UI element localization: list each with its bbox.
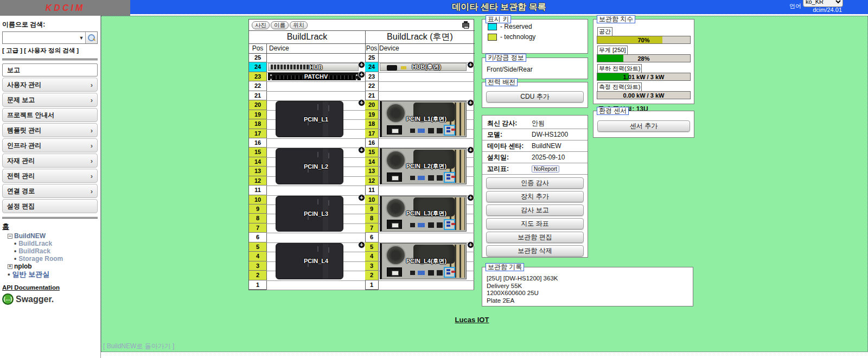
sidebar-menu-item[interactable]: 문제 보고› (2, 93, 98, 107)
rack-pos-cell: 5 (365, 242, 378, 252)
rack-device[interactable]: PCIN_L1(후면)+ (379, 100, 474, 138)
rack-pos-cell: 24 (365, 62, 378, 72)
rack-device[interactable]: HUB+ (267, 62, 365, 71)
add-device-button[interactable]: 장치 추가 (486, 191, 584, 202)
cabinet-info-row: 모델:DW-HS1200 (482, 129, 588, 140)
rack-toolbar: 사진이름위치 (252, 21, 308, 29)
menu-item-label: 보고 (7, 66, 20, 75)
rack-pos-cell: 15 (249, 148, 266, 157)
add-device-icon[interactable]: + (358, 71, 365, 78)
rack-device[interactable]: PCIN_L2(후면)+ (379, 148, 474, 185)
chevron-right-icon: › (91, 96, 93, 104)
add-cdu-button[interactable]: CDU 추가 (486, 91, 584, 103)
pos-column-header: Pos (249, 44, 266, 53)
tree-item-label: BuildRack (18, 247, 50, 255)
chevron-down-icon[interactable]: ▼ (78, 35, 85, 41)
rack-pos-cell: 22 (365, 81, 378, 91)
expand-icon[interactable]: + (8, 264, 12, 269)
search-icon[interactable] (85, 32, 97, 43)
sidebar-menu-item[interactable]: 자재 관리› (2, 154, 98, 168)
rack-device-label: PCIN_L2(후면) (379, 148, 474, 185)
gauge-label: 공간 (597, 27, 612, 36)
rack-pos-cell: 23 (365, 72, 378, 81)
rack-pos-cell: 1 (249, 280, 266, 290)
rack-device[interactable]: PCIN_L4+ (267, 242, 365, 280)
certify-audit-button[interactable]: 인증 감사 (486, 177, 584, 189)
rack-device[interactable]: PATCHV+ (267, 72, 365, 81)
rack-pos-cell: 19 (249, 110, 266, 119)
gauge-label: 측정 전력(와트) (597, 82, 642, 92)
sidebar-menu-item[interactable]: 사용자 관리› (2, 78, 98, 92)
tree-item[interactable]: •BuildLrack (14, 240, 98, 247)
rack-device[interactable]: HUB(후면)+ (379, 62, 474, 71)
lucas-iot-link[interactable]: Lucas IOT (455, 316, 489, 324)
gauge: 측정 전력(와트)0.00 kW / 3 kW (597, 81, 691, 99)
api-documentation-link[interactable]: API Documentation (2, 284, 60, 291)
sidebar-menu-item[interactable]: 연결 경로› (2, 184, 98, 198)
swagger-row[interactable]: {…} Swagger. (2, 293, 98, 305)
lock-info-panel: 키/잠금 정보 Front/Side/Rear (482, 57, 588, 79)
add-device-icon[interactable]: + (358, 241, 365, 248)
rack-device[interactable]: PCIN_L3+ (267, 195, 365, 233)
menu-item-label: 자재 관리 (7, 156, 35, 165)
menu-item-label: 프로젝트 안내서 (7, 111, 54, 120)
display-key-panel: 표시 키 - Reserved- technology (482, 19, 588, 54)
back-to-buildnew-link[interactable]: [ BuildNEW로 돌아가기 ] (103, 342, 174, 351)
audit-report-button[interactable]: 감사 보고 (486, 204, 584, 216)
tree-item[interactable]: −BuildNEW (8, 233, 98, 240)
delete-cabinet-button[interactable]: 보관함 삭제 (486, 245, 584, 257)
tree-item[interactable]: •Storage Room (14, 255, 98, 263)
tree-item[interactable]: +nplob (8, 263, 98, 270)
add-sensor-button[interactable]: 센서 추가 (597, 120, 690, 132)
add-device-icon[interactable]: + (467, 194, 474, 201)
add-device-icon[interactable]: + (467, 241, 474, 248)
sidebar-menu-item[interactable]: 설정 편집 (2, 199, 98, 213)
gauge-bar: 1.01 kW / 3 kW (597, 73, 691, 81)
edit-cabinet-button[interactable]: 보관함 편집 (486, 232, 584, 243)
rack-pos-cell: 12 (365, 176, 378, 186)
sidebar-menu-item[interactable]: 인프라 관리› (2, 138, 98, 152)
device-column-header: Device (269, 44, 289, 53)
brand-logo: KDCIM (46, 3, 85, 13)
search-input[interactable] (3, 32, 78, 43)
rack-device[interactable]: PCIN_L3(후면)+ (379, 195, 474, 233)
print-icon[interactable] (462, 23, 469, 28)
page: 데이타 센타 보관함 목록 언어ko_KR dcim/24.01 KDCIM 이… (0, 0, 868, 358)
rack-view-button[interactable]: 이름 (271, 21, 289, 29)
rack-view-button[interactable]: 사진 (252, 21, 270, 29)
history-line: Delivery 55K (487, 283, 693, 290)
rack-pos-cell: 15 (365, 148, 378, 157)
bullet-icon: • (14, 240, 16, 247)
advanced-search-links[interactable]: [ 고급 ] [ 사용자 정의 검색 ] (2, 47, 98, 55)
rack-row-line (378, 91, 474, 92)
sidebar-menu-item[interactable]: 프로젝트 안내서 (2, 108, 98, 122)
add-device-icon[interactable]: + (358, 194, 365, 201)
rack-device[interactable]: PCIN_L4(후면)+ (379, 242, 474, 280)
tree-item[interactable]: •일반 보관실 (8, 271, 98, 278)
rack-pos-cell: 24 (249, 62, 266, 72)
rack-pos-cell: 23 (249, 72, 266, 81)
cabinet-info-row: 꼬리표:NoReport (482, 163, 588, 175)
rack-device[interactable]: PCIN_L1+ (267, 100, 365, 138)
rack-device[interactable]: PCIN_L2+ (267, 148, 365, 185)
tree-item[interactable]: •BuildRack (14, 248, 98, 255)
sidebar-menu-item[interactable]: 템플릿 관리› (2, 123, 98, 137)
gauge: 무게 [250]28% (597, 44, 691, 62)
sidebar-item-home[interactable]: 홈 (2, 222, 9, 232)
tree-item-label: Storage Room (18, 255, 63, 263)
sidebar-menu-item[interactable]: 보고 (2, 63, 98, 76)
collapse-icon[interactable]: − (8, 234, 12, 239)
power-distribution-panel: 전력 배전 CDU 추가 (482, 82, 588, 108)
rack-view-button[interactable]: 위치 (290, 21, 308, 29)
sidebar-menu-item[interactable]: 전력 관리› (2, 169, 98, 183)
menu-item-label: 사용자 관리 (7, 80, 41, 90)
rack-elevation-panel: 사진이름위치 BuildLrack BuildLrack (후면) Pos De… (248, 19, 474, 290)
rack-pos-cell: 13 (249, 167, 266, 176)
bullet-icon: • (14, 255, 16, 263)
gauge-bar: 0.00 kW / 3 kW (597, 91, 691, 99)
rack-row-line (378, 81, 474, 82)
gauge-label: 무게 [250] (597, 46, 628, 55)
rack-device-label: PCIN_L3(후면) (379, 195, 474, 233)
map-coords-button[interactable]: 지도 좌표 (486, 218, 584, 229)
rack-pos-cell: 4 (365, 252, 378, 261)
